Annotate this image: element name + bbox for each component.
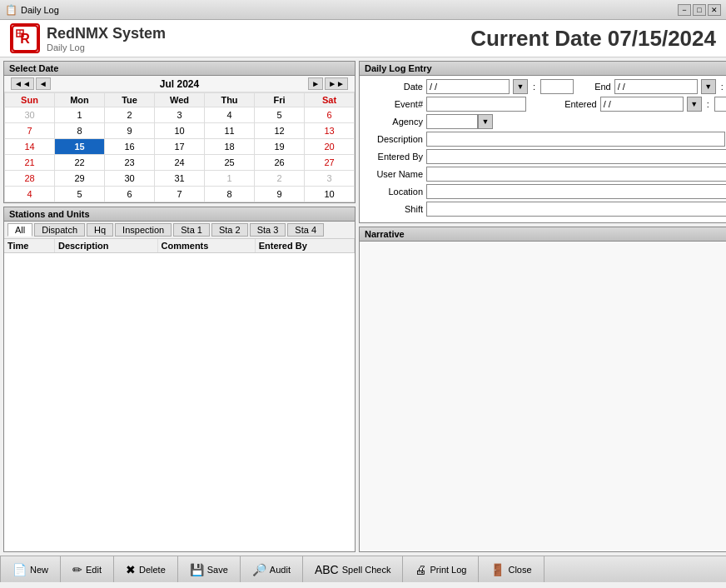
prev-button[interactable]: ◄	[36, 77, 51, 90]
calendar-day[interactable]: 21	[5, 155, 55, 171]
description-input[interactable]	[426, 132, 725, 147]
calendar-day[interactable]: 31	[155, 171, 205, 187]
next-button[interactable]: ►	[308, 77, 323, 90]
calendar-day[interactable]: 2	[105, 107, 155, 123]
calendar-day[interactable]: 9	[105, 123, 155, 139]
entered-time-input[interactable]	[714, 97, 726, 112]
save-label: Save	[207, 565, 228, 575]
title-bar-left: 📋 Daily Log	[5, 4, 59, 16]
delete-button[interactable]: ✖Delete	[114, 556, 178, 582]
date-input[interactable]	[426, 79, 510, 94]
station-tab-hq[interactable]: Hq	[87, 223, 113, 237]
station-tab-sta3[interactable]: Sta 3	[250, 223, 286, 237]
calendar-day[interactable]: 9	[255, 187, 305, 202]
calendar-day[interactable]: 22	[55, 155, 105, 171]
edit-button[interactable]: ✏Edit	[61, 556, 114, 582]
calendar-day[interactable]: 4	[5, 187, 55, 202]
calendar-day[interactable]: 4	[205, 107, 255, 123]
calendar-day[interactable]: 12	[255, 123, 305, 139]
calendar-day[interactable]: 16	[105, 139, 155, 155]
calendar-day[interactable]: 6	[105, 187, 155, 202]
calendar-day[interactable]: 25	[205, 155, 255, 171]
calendar-day[interactable]: 7	[5, 123, 55, 139]
agency-dropdown-button[interactable]: ▼	[478, 114, 493, 129]
calendar-day[interactable]: 30	[5, 107, 55, 123]
calendar-day[interactable]: 2	[255, 171, 305, 187]
calendar-day[interactable]: 15	[55, 139, 105, 155]
spellcheck-button[interactable]: ABCSpell Check	[303, 556, 404, 582]
date-picker-button[interactable]: ▼	[513, 79, 528, 94]
calendar-day[interactable]: 8	[205, 187, 255, 202]
calendar-day[interactable]: 1	[205, 171, 255, 187]
station-tab-sta4[interactable]: Sta 4	[287, 223, 324, 237]
minimize-button[interactable]: −	[678, 4, 691, 16]
calendar-day[interactable]: 6	[305, 107, 355, 123]
end-picker-button[interactable]: ▼	[701, 79, 716, 94]
station-tab-all[interactable]: All	[7, 223, 32, 237]
date-colon: :	[531, 82, 537, 92]
calendar-day[interactable]: 27	[305, 155, 355, 171]
maximize-button[interactable]: □	[693, 4, 706, 16]
calendar-day[interactable]: 3	[305, 171, 355, 187]
calendar-day[interactable]: 14	[5, 139, 55, 155]
calendar-day[interactable]: 1	[55, 107, 105, 123]
calendar-day[interactable]: 24	[155, 155, 205, 171]
calendar-day[interactable]: 30	[105, 171, 155, 187]
station-tab-sta1[interactable]: Sta 1	[173, 223, 210, 237]
log-body	[4, 253, 355, 461]
enteredby-input[interactable]	[426, 149, 726, 164]
shift-input[interactable]	[426, 202, 726, 217]
calendar-day[interactable]: 10	[155, 123, 205, 139]
entered-picker-button[interactable]: ▼	[687, 97, 702, 112]
title-bar-controls: − □ ✕	[678, 4, 721, 16]
calendar-day[interactable]: 26	[255, 155, 305, 171]
calendar-day[interactable]: 10	[305, 187, 355, 202]
next-next-button[interactable]: ►►	[325, 77, 348, 90]
calendar-day[interactable]: 11	[205, 123, 255, 139]
calendar-day[interactable]: 17	[155, 139, 205, 155]
new-button[interactable]: 📄New	[0, 556, 61, 582]
end-input[interactable]	[614, 79, 698, 94]
event-input[interactable]	[426, 97, 526, 112]
entered-input[interactable]	[600, 97, 684, 112]
audit-label: Audit	[270, 565, 291, 575]
end-label: End	[586, 82, 611, 92]
calendar-day[interactable]: 7	[155, 187, 205, 202]
edit-label: Edit	[86, 565, 102, 575]
narrative-container: ▲ ▼	[360, 242, 726, 551]
close-button[interactable]: 🚪Close	[479, 556, 544, 582]
narrative-content	[360, 242, 726, 551]
audit-button[interactable]: 🔎Audit	[241, 556, 303, 582]
station-tab-inspection[interactable]: Inspection	[115, 223, 172, 237]
svg-text:R: R	[20, 32, 30, 46]
calendar-day[interactable]: 23	[105, 155, 155, 171]
calendar-day[interactable]: 13	[305, 123, 355, 139]
date-time-input[interactable]	[540, 79, 574, 94]
daily-log-entry-section: Daily Log Entry Date ▼ : End ▼ :	[359, 61, 726, 223]
username-input[interactable]	[426, 167, 726, 182]
station-tab-sta2[interactable]: Sta 2	[211, 223, 248, 237]
log-col-time: Time	[4, 239, 54, 253]
close-window-button[interactable]: ✕	[708, 4, 721, 16]
station-tab-dispatch[interactable]: Dispatch	[34, 223, 85, 237]
select-date-section: Select Date ◄◄ ◄ Jul 2024 ► ►► SunMonTue…	[3, 61, 356, 203]
printlog-button[interactable]: 🖨Print Log	[403, 556, 479, 582]
save-button[interactable]: 💾Save	[178, 556, 241, 582]
location-input[interactable]	[426, 184, 726, 199]
calendar-day[interactable]: 8	[55, 123, 105, 139]
calendar-day[interactable]: 29	[55, 171, 105, 187]
daily-log-entry-header: Daily Log Entry	[360, 62, 726, 76]
prev-prev-button[interactable]: ◄◄	[11, 77, 34, 90]
stations-units-header: Stations and Units	[4, 207, 355, 222]
calendar-day[interactable]: 19	[255, 139, 305, 155]
agency-input[interactable]	[426, 114, 478, 129]
calendar-day[interactable]: 5	[255, 107, 305, 123]
close-icon: 🚪	[490, 563, 505, 576]
calendar-day[interactable]: 5	[55, 187, 105, 202]
select-date-header: Select Date	[4, 62, 355, 76]
calendar-day[interactable]: 28	[5, 171, 55, 187]
calendar-day[interactable]: 20	[305, 139, 355, 155]
calendar-day[interactable]: 18	[205, 139, 255, 155]
calendar-day[interactable]: 3	[155, 107, 205, 123]
cal-header-fri: Fri	[255, 93, 305, 107]
